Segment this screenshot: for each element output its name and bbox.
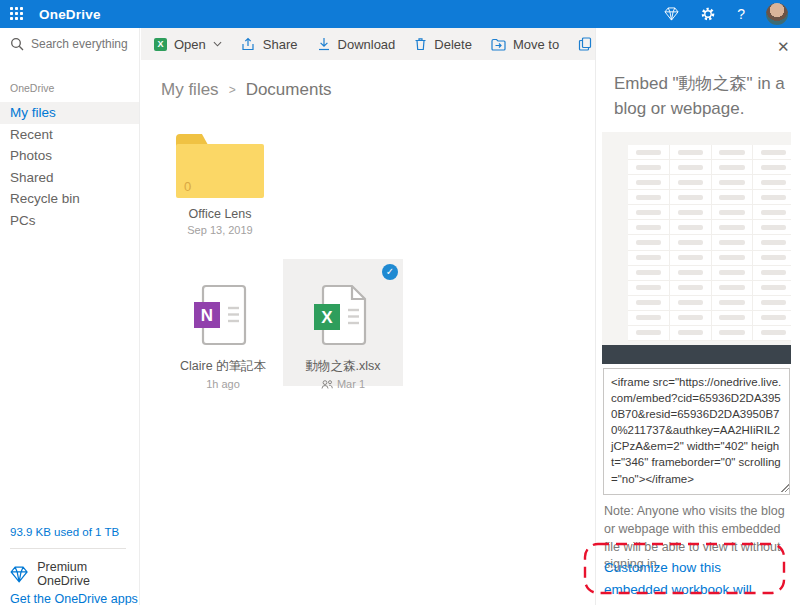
user-avatar[interactable]	[766, 3, 788, 25]
excel-file-icon: X	[310, 284, 376, 346]
customize-workbook-link[interactable]: Customize how this embedded workbook wil…	[604, 557, 784, 605]
onenote-file-icon: N	[190, 284, 256, 346]
preview-cell	[670, 281, 712, 296]
preview-cell	[628, 175, 670, 190]
search-icon	[10, 37, 24, 51]
panel-title: Embed "動物之森" in a blog or webpage.	[614, 72, 788, 121]
sidebar-item-recent[interactable]: Recent	[0, 124, 139, 146]
file-date: Mar 1	[283, 378, 403, 390]
svg-text:X: X	[321, 308, 333, 327]
shared-people-icon	[321, 380, 333, 389]
app-launcher-icon[interactable]	[10, 7, 24, 21]
sidebar-item-my-files[interactable]: My files	[0, 102, 139, 124]
file-name: Office Lens	[160, 207, 280, 221]
preview-cell	[753, 205, 791, 220]
app-header: OneDrive ?	[0, 0, 800, 28]
move-to-icon	[491, 38, 506, 51]
onedrive-app: OneDrive ? OneDrive My files Recent Phot…	[0, 0, 800, 605]
preview-cell	[628, 281, 670, 296]
folder-icon: 0	[176, 134, 264, 198]
preview-cell	[753, 175, 791, 190]
preview-cell	[712, 326, 754, 341]
preview-cell	[712, 311, 754, 326]
file-tile-excel-selected[interactable]: ✓ X 動物之森.xlsx Mar 1	[283, 259, 403, 386]
file-tile-onenote[interactable]: N Claire 的筆記本 1h ago	[163, 259, 283, 386]
preview-cell	[670, 190, 712, 205]
nav-section-label: OneDrive	[0, 82, 139, 102]
download-icon	[317, 37, 331, 51]
preview-cell	[628, 251, 670, 266]
preview-cell	[670, 145, 712, 160]
breadcrumb-my-files[interactable]: My files	[161, 80, 219, 100]
sidebar-divider	[10, 548, 126, 549]
preview-cell	[628, 235, 670, 250]
file-date: 1h ago	[163, 378, 283, 390]
delete-button[interactable]: Delete	[414, 37, 472, 52]
preview-cell	[753, 190, 791, 205]
get-apps-link[interactable]: Get the OneDrive apps	[10, 592, 138, 605]
header-actions: ?	[664, 3, 788, 25]
folder-item-count: 0	[184, 179, 191, 194]
preview-cell	[628, 160, 670, 175]
premium-onedrive-button[interactable]: Premium OneDrive	[10, 560, 139, 588]
preview-cell	[753, 296, 791, 311]
preview-cell	[628, 190, 670, 205]
preview-cell	[712, 190, 754, 205]
preview-cell	[670, 160, 712, 175]
move-to-button[interactable]: Move to	[491, 37, 559, 52]
preview-cell	[670, 235, 712, 250]
preview-footer-bar	[602, 345, 791, 364]
copy-to-icon	[578, 37, 592, 51]
preview-cell	[670, 311, 712, 326]
search-box[interactable]	[0, 28, 139, 60]
preview-cell	[753, 145, 791, 160]
preview-cell	[712, 235, 754, 250]
preview-cell	[712, 220, 754, 235]
sidebar-item-pcs[interactable]: PCs	[0, 210, 139, 232]
breadcrumb-documents[interactable]: Documents	[246, 80, 332, 100]
preview-cell	[712, 251, 754, 266]
preview-cell	[753, 160, 791, 175]
sidebar-item-recycle-bin[interactable]: Recycle bin	[0, 188, 139, 210]
gear-icon[interactable]	[700, 6, 716, 22]
preview-cell	[628, 145, 670, 160]
sidebar-item-shared[interactable]: Shared	[0, 167, 139, 189]
preview-cell	[753, 311, 791, 326]
share-button[interactable]: Share	[241, 37, 298, 52]
preview-skeleton-grid	[628, 145, 791, 341]
preview-cell	[753, 251, 791, 266]
preview-cell	[753, 326, 791, 341]
share-icon	[241, 37, 256, 51]
open-button[interactable]: X Open	[154, 37, 222, 52]
sidebar-item-photos[interactable]: Photos	[0, 145, 139, 167]
chevron-down-icon	[213, 41, 222, 47]
breadcrumb: My files > Documents	[161, 80, 332, 100]
preview-cell	[712, 145, 754, 160]
help-icon[interactable]: ?	[737, 6, 745, 22]
excel-app-icon: X	[154, 38, 167, 51]
preview-cell	[628, 266, 670, 281]
file-name: Claire 的筆記本	[163, 358, 283, 375]
preview-cell	[712, 266, 754, 281]
search-input[interactable]	[31, 37, 131, 51]
svg-text:N: N	[201, 306, 213, 325]
preview-cell	[670, 326, 712, 341]
preview-cell	[628, 220, 670, 235]
preview-cell	[628, 296, 670, 311]
breadcrumb-separator: >	[229, 83, 236, 97]
preview-cell	[670, 220, 712, 235]
selected-check-icon[interactable]: ✓	[382, 264, 398, 280]
preview-cell	[670, 205, 712, 220]
preview-cell	[712, 175, 754, 190]
app-title: OneDrive	[39, 7, 101, 22]
close-icon[interactable]: ✕	[777, 38, 790, 56]
preview-cell	[753, 266, 791, 281]
storage-usage-link[interactable]: 93.9 KB used of 1 TB	[10, 526, 119, 538]
premium-label: Premium OneDrive	[37, 560, 139, 588]
file-date: Sep 13, 2019	[160, 224, 280, 236]
download-button[interactable]: Download	[317, 37, 396, 52]
preview-cell	[670, 251, 712, 266]
embed-code-textarea[interactable]: <iframe src="https://onedrive.live.com/e…	[603, 368, 790, 495]
premium-gem-icon[interactable]	[664, 7, 679, 21]
folder-tile-office-lens[interactable]: 0 Office Lens Sep 13, 2019	[175, 134, 265, 236]
